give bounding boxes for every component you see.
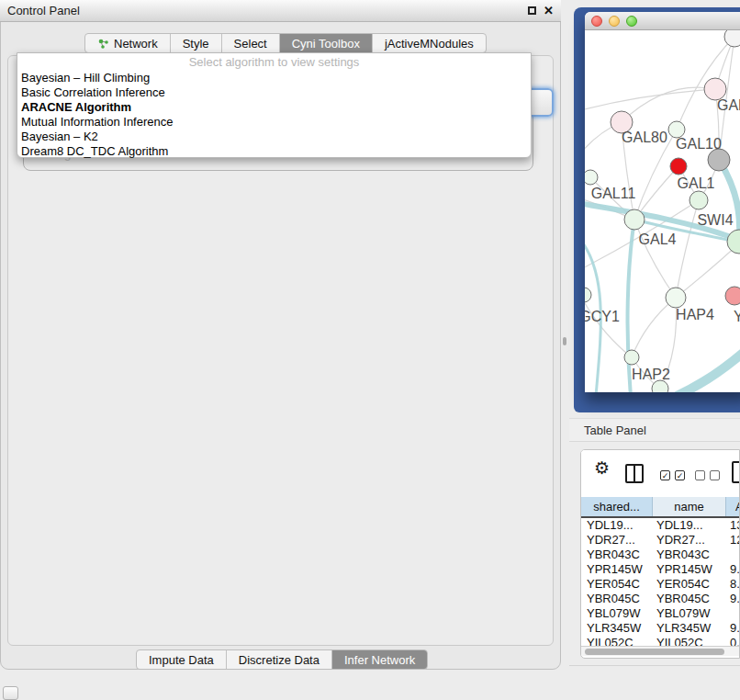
table-panel-bottom-edge [569,665,740,666]
table-row[interactable]: YBR043CYBR043C [581,548,740,562]
table-cell: YBL079W [581,606,653,621]
table-cell: YLR345W [581,621,653,636]
table-row[interactable]: YDR27...YDR27...12 [581,533,740,548]
column-header-name[interactable]: name [653,497,726,516]
checked-checkbox-icon[interactable]: ✓ [675,470,685,480]
gear-icon[interactable]: ⚙ [594,457,610,479]
table-cell: 9. [726,592,740,606]
table-cell: YBR043C [653,548,726,562]
menu-item-bayesian-hill-climbing[interactable]: Bayesian – Hill Climbing [17,71,531,85]
checked-checkbox-icon[interactable]: ✓ [660,470,670,480]
graph-node[interactable] [727,230,740,254]
table-horizontal-scrollbar[interactable] [581,646,740,656]
network-icon [97,38,109,50]
graph-node-label: GAL [717,97,740,113]
table-cell: 9. [726,562,740,577]
table-cell: 8. [726,577,740,592]
table-cell: 9. [726,621,740,636]
close-traffic-light[interactable] [591,16,602,27]
table-cell: YER054C [653,577,726,592]
window-title: Control Panel [7,0,80,22]
tab-select[interactable]: Select [222,34,280,52]
tab-network[interactable]: Network [85,34,171,52]
graph-node[interactable] [666,288,686,308]
graph-node-label: HAP4 [676,307,714,322]
column-header-shared-[interactable]: shared... [581,497,653,516]
tab-label: Discretize Data [239,653,320,667]
table-cell: YER054C [581,577,653,592]
graph-node[interactable] [690,191,708,209]
graph-node[interactable] [708,149,730,171]
tab-label: Infer Network [344,653,415,667]
table-cell: YPR145W [653,562,726,577]
tab-cyni-toolbox[interactable]: Cyni Toolbox [280,34,373,52]
close-icon[interactable]: ✕ [544,4,554,17]
menu-item-dream8-dc-tdc-algorithm[interactable]: Dream8 DC_TDC Algorithm [17,144,531,159]
graph-node[interactable] [585,170,598,185]
graph-edge [632,298,676,357]
menu-item-bayesian-k2[interactable]: Bayesian – K2 [17,130,531,144]
unchecked-checkbox-icon[interactable] [710,470,720,480]
table-row[interactable]: YER054CYER054C8. [581,577,740,592]
table-row[interactable]: YDL19...YDL19...13 [581,518,740,533]
columns-icon[interactable] [625,464,644,483]
tab-label: Style [183,37,209,51]
table-cell: YDL19... [653,518,726,533]
minimize-traffic-light[interactable] [609,16,620,27]
network-canvas[interactable]: GALGAL80GAL10GAL1GAL11SWI4GAL4GCY1HAP4YH… [585,30,740,392]
new-table-icon[interactable] [732,461,740,483]
graph-node-label: GCY1 [585,309,620,324]
screen: Control Panel ✕ NetworkStyleSelectCyni T… [0,0,740,700]
table-cell: YBL079W [653,606,726,621]
tab-label: Select [234,37,267,51]
graph-node-label: GAL1 [678,175,715,191]
graph-edge-highlighted [719,160,740,241]
graph-node[interactable] [624,209,645,230]
tab-label: Impute Data [149,653,214,667]
table-row[interactable]: YPR145WYPR145W9. [581,562,740,577]
graph-node[interactable] [624,350,639,365]
table-cell: YDR27... [653,533,726,548]
column-header-a[interactable]: A [726,497,740,516]
table-cell: YBR043C [581,548,653,562]
graph-edge [622,87,715,122]
dropdown-placeholder: Select algorithm to view settings [17,53,531,71]
graph-node[interactable] [670,158,687,175]
table-row[interactable]: YLR345WYLR345W9. [581,621,740,636]
tab-impute-data[interactable]: Impute Data [137,650,227,669]
table-cell [726,548,740,562]
float-window-icon[interactable] [528,6,536,15]
graph-edge [585,297,632,357]
graph-node-label: Y [734,309,740,324]
control-panel-titlebar: Control Panel ✕ [0,0,561,22]
graph-node-label: GAL80 [622,130,667,145]
graph-node-label: HAP2 [632,367,670,382]
table-cell: YBR045C [581,592,653,606]
tab-jactivemnodules[interactable]: jActiveMNodules [373,34,486,52]
dock-button[interactable] [3,686,18,700]
graph-node[interactable] [585,288,591,302]
graph-node-label: GAL4 [639,231,677,247]
panel-divider-grip[interactable] [563,337,566,345]
unchecked-checkbox-icon[interactable] [695,470,705,480]
graph-node-label: GAL10 [676,136,722,152]
menu-item-aracne-algorithm[interactable]: ARACNE Algorithm [17,100,531,115]
tab-style[interactable]: Style [171,34,222,52]
tab-discretize-data[interactable]: Discretize Data [227,650,332,669]
network-window-titlebar[interactable] [585,12,740,30]
zoom-traffic-light[interactable] [626,16,637,27]
table-row[interactable]: YBL079WYBL079W [581,606,740,621]
tab-label: Cyni Toolbox [292,37,360,51]
graph-node[interactable] [725,287,740,305]
scrollbar-thumb[interactable] [585,649,724,655]
menu-item-mutual-information-inference[interactable]: Mutual Information Inference [17,115,531,130]
table-row[interactable]: YBR045CYBR045C9. [581,592,740,606]
network-view-window: GALGAL80GAL10GAL1GAL11SWI4GAL4GCY1HAP4YH… [585,12,740,392]
tab-label: jActiveMNodules [385,37,474,51]
table-panel: ⚙ ✓ ✓ shared...nameA YDL19...YDL19...13Y… [580,449,740,659]
table-cell: YDR27... [581,533,653,548]
tab-infer-network[interactable]: Infer Network [332,650,427,669]
table-cell: YDL19... [581,518,653,533]
menu-item-basic-correlation-inference[interactable]: Basic Correlation Inference [17,85,531,100]
table-header-row: shared...nameA [581,497,740,518]
